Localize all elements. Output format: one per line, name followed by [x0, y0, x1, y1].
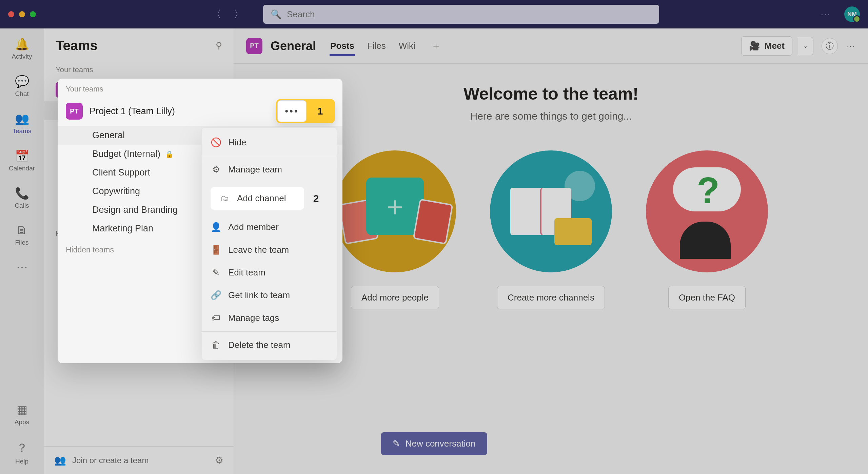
rail-calls-label: Calls: [15, 202, 29, 209]
menu-get-link[interactable]: 🔗Get link to team: [202, 284, 337, 307]
team-plus-icon: 👥: [54, 455, 66, 466]
nav-back-icon[interactable]: 〈: [210, 8, 222, 21]
hl-section-label: Your teams: [58, 79, 342, 96]
create-more-channels-button[interactable]: Create more channels: [497, 286, 605, 309]
meet-chevron[interactable]: ⌄: [798, 37, 813, 55]
callout-number-2: 2: [304, 193, 328, 204]
channel-add-icon: 🗂: [219, 193, 230, 204]
rail-files-label: Files: [15, 239, 28, 246]
titlebar: 〈 〉 🔍 ··· NM: [0, 0, 868, 28]
rail-chat[interactable]: 💬Chat: [5, 72, 39, 100]
menu-label: Manage team: [228, 164, 282, 175]
open-faq-button[interactable]: Open the FAQ: [668, 286, 746, 309]
team-context-menu: 🚫Hide ⚙Manage team 🗂 Add channel 2 👤Add …: [201, 127, 337, 360]
window-minimize-icon[interactable]: [19, 11, 25, 17]
rail-files[interactable]: 🗎Files: [5, 221, 39, 249]
header-more-icon[interactable]: ···: [846, 41, 856, 51]
menu-label: Edit team: [228, 267, 265, 278]
channel-label: Marketing Plan: [92, 223, 153, 234]
user-avatar[interactable]: NM: [844, 6, 860, 22]
rail-calls[interactable]: 📞Calls: [5, 184, 39, 212]
menu-divider: [202, 156, 337, 156]
callout-number-1: 1: [307, 100, 334, 122]
person-add-icon: 👤: [211, 222, 221, 232]
menu-label: Add member: [228, 222, 279, 232]
calendar-icon: 📅: [15, 149, 29, 163]
channel-label: Design and Branding: [92, 205, 178, 215]
channel-label: Copywriting: [92, 186, 140, 197]
channel-label: Budget (Internal): [92, 149, 160, 159]
menu-label: Add channel: [237, 193, 286, 204]
rail-teams[interactable]: 👥Teams: [5, 109, 39, 138]
rail-teams-label: Teams: [13, 127, 32, 135]
callout-step-1: ••• 1: [276, 99, 335, 123]
join-or-create-team[interactable]: Join or create a team: [72, 456, 149, 465]
meet-button[interactable]: 🎥Meet: [741, 36, 792, 56]
channel-label: General: [92, 130, 125, 141]
search-box[interactable]: 🔍: [263, 5, 659, 24]
channel-badge: PT: [246, 38, 262, 54]
titlebar-more-icon[interactable]: ···: [821, 9, 831, 19]
search-input[interactable]: [287, 9, 652, 20]
rail-help[interactable]: ？Help: [5, 437, 39, 468]
filter-icon[interactable]: ⚲: [216, 40, 222, 51]
search-icon: 🔍: [271, 9, 281, 20]
hl-team-more-button[interactable]: •••: [277, 100, 307, 122]
leave-icon: 🚪: [211, 245, 221, 255]
pencil-icon: ✎: [211, 267, 221, 278]
tab-wiki[interactable]: Wiki: [398, 36, 416, 56]
compose-icon: ✎: [393, 438, 400, 449]
card-add-people: ＋ Add more people: [334, 150, 456, 309]
rail-calendar[interactable]: 📅Calendar: [5, 146, 39, 175]
hl-team-badge: PT: [66, 103, 83, 120]
new-conversation-label: New conversation: [406, 438, 476, 449]
menu-leave-team[interactable]: 🚪Leave the team: [202, 239, 337, 261]
teams-icon: 👥: [15, 112, 29, 125]
tag-icon: 🏷: [211, 313, 221, 323]
menu-manage-tags[interactable]: 🏷Manage tags: [202, 307, 337, 329]
file-icon: 🗎: [16, 224, 28, 237]
menu-hide[interactable]: 🚫Hide: [202, 131, 337, 154]
tab-posts[interactable]: Posts: [330, 36, 355, 56]
help-icon: ？: [16, 440, 28, 456]
card-create-channels: Create more channels: [490, 150, 612, 309]
hl-team-row: PT Project 1 (Team Lilly) ••• 1: [58, 96, 342, 126]
rail-activity[interactable]: 🔔Activity: [5, 35, 39, 63]
rail-apps[interactable]: ▦Apps: [5, 400, 39, 429]
gear-icon[interactable]: ⚙: [215, 455, 223, 466]
bell-icon: 🔔: [15, 37, 29, 51]
gear-icon: ⚙: [211, 164, 221, 175]
chat-icon: 💬: [15, 75, 29, 88]
info-button[interactable]: ⓘ: [822, 38, 838, 54]
menu-add-member[interactable]: 👤Add member: [202, 216, 337, 239]
trash-icon: 🗑: [211, 340, 221, 350]
window-zoom-icon[interactable]: [30, 11, 36, 17]
illustration-people: ＋: [334, 150, 456, 272]
welcome-subtitle: Here are some things to get going...: [470, 110, 632, 122]
nav-forward-icon[interactable]: 〉: [233, 8, 245, 21]
new-conversation-button[interactable]: ✎ New conversation: [381, 432, 487, 455]
rail-apps-label: Apps: [15, 418, 29, 426]
section-your-teams: Your teams: [44, 61, 234, 78]
card-open-faq: ? Open the FAQ: [646, 150, 768, 309]
menu-delete-team[interactable]: 🗑Delete the team: [202, 334, 337, 356]
add-more-people-button[interactable]: Add more people: [351, 286, 439, 309]
sidebar-title: Teams: [56, 38, 98, 53]
sidebar-footer: 👥 Join or create a team ⚙: [44, 446, 234, 474]
eye-off-icon: 🚫: [211, 137, 221, 148]
rail-help-label: Help: [15, 458, 28, 465]
menu-edit-team[interactable]: ✎Edit team: [202, 261, 337, 284]
menu-manage-team[interactable]: ⚙Manage team: [202, 158, 337, 181]
illustration-faq: ?: [646, 150, 768, 272]
channel-label: Client Support: [92, 167, 150, 178]
illustration-channels: [490, 150, 612, 272]
hl-team-name: Project 1 (Team Lilly): [90, 106, 269, 117]
tab-files[interactable]: Files: [367, 36, 387, 56]
menu-add-channel[interactable]: 🗂 Add channel 2: [202, 181, 337, 216]
menu-divider: [202, 331, 337, 332]
add-tab-icon[interactable]: ＋: [431, 39, 441, 53]
menu-label: Get link to team: [228, 290, 290, 301]
ellipsis-icon: ⋯: [16, 261, 28, 274]
window-close-icon[interactable]: [8, 11, 14, 17]
rail-more[interactable]: ⋯: [5, 258, 39, 277]
